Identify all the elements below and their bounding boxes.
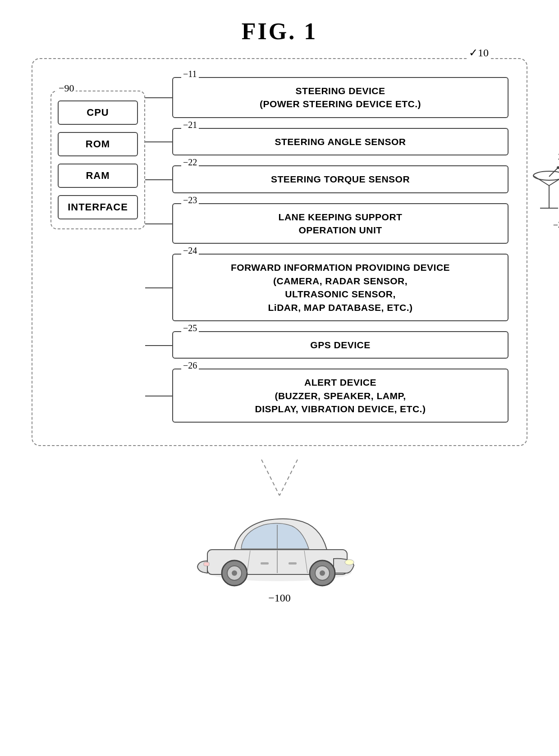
steering-device-block: −11 STEERING DEVICE(POWER STEERING DEVIC… bbox=[172, 77, 509, 118]
lane-keeping-block: −23 LANE KEEPING SUPPORTOPERATION UNIT bbox=[172, 203, 509, 244]
ref-label-10: ✓10 bbox=[467, 46, 490, 59]
antenna-area: 31 bbox=[531, 152, 559, 230]
ref-label-26: −26 bbox=[181, 360, 199, 371]
ref-label-22: −22 bbox=[181, 157, 199, 168]
car-illustration bbox=[194, 496, 365, 590]
connector-25 bbox=[145, 345, 172, 346]
interface-unit: INTERFACE bbox=[58, 195, 138, 219]
steering-torque-box: STEERING TORQUE SENSOR bbox=[172, 165, 509, 193]
car-connector-lines bbox=[234, 460, 325, 496]
steering-torque-block: −22 STEERING TORQUE SENSOR 31 bbox=[172, 165, 509, 193]
forward-info-box: FORWARD INFORMATION PROVIDING DEVICE (CA… bbox=[172, 254, 509, 321]
svg-line-8 bbox=[280, 460, 298, 496]
svg-rect-19 bbox=[204, 562, 209, 566]
lane-keeping-box: LANE KEEPING SUPPORTOPERATION UNIT bbox=[172, 203, 509, 244]
devices-column: −11 STEERING DEVICE(POWER STEERING DEVIC… bbox=[172, 77, 509, 423]
gps-box: GPS DEVICE bbox=[172, 331, 509, 359]
car-area: −100 bbox=[32, 460, 527, 604]
svg-rect-24 bbox=[289, 562, 297, 565]
svg-line-2 bbox=[549, 176, 559, 186]
connector-21 bbox=[145, 141, 172, 142]
figure-title: FIG. 1 bbox=[242, 18, 317, 45]
svg-line-7 bbox=[261, 460, 280, 496]
ref-label-32: −32 bbox=[531, 220, 559, 230]
antenna-svg bbox=[531, 163, 559, 217]
svg-line-1 bbox=[533, 176, 549, 186]
connector-26 bbox=[145, 396, 172, 396]
alert-device-block: −26 ALERT DEVICE (BUZZER, SPEAKER, LAMP,… bbox=[172, 369, 509, 423]
system-container: ✓10 −90 CPU ROM RAM INTERFACE −11 STEERI… bbox=[32, 58, 527, 446]
ref-label-25: −25 bbox=[181, 323, 199, 333]
connector-22 bbox=[145, 179, 172, 180]
connector-24 bbox=[145, 287, 172, 288]
steering-angle-box: STEERING ANGLE SENSOR bbox=[172, 128, 509, 155]
steering-angle-block: −21 STEERING ANGLE SENSOR bbox=[172, 128, 509, 155]
svg-point-17 bbox=[320, 570, 325, 576]
svg-point-0 bbox=[533, 171, 559, 180]
ref-label-23: −23 bbox=[181, 195, 199, 205]
connector-23 bbox=[145, 223, 172, 224]
ref-label-100: −100 bbox=[268, 592, 291, 604]
rom-unit: ROM bbox=[58, 132, 138, 156]
ref-label-90: −90 bbox=[57, 82, 76, 94]
svg-point-18 bbox=[345, 560, 354, 565]
forward-info-block: −24 FORWARD INFORMATION PROVIDING DEVICE… bbox=[172, 254, 509, 321]
ref-label-21: −21 bbox=[181, 120, 199, 130]
svg-point-14 bbox=[232, 570, 237, 576]
ref-label-24: −24 bbox=[181, 246, 199, 256]
steering-device-box: STEERING DEVICE(POWER STEERING DEVICE ET… bbox=[172, 77, 509, 118]
svg-rect-23 bbox=[261, 562, 269, 565]
alert-device-box: ALERT DEVICE (BUZZER, SPEAKER, LAMP, DIS… bbox=[172, 369, 509, 423]
ref-label-11: −11 bbox=[181, 69, 199, 79]
ram-unit: RAM bbox=[58, 164, 138, 188]
ref-label-31: 31 bbox=[531, 152, 559, 162]
cpu-unit: CPU bbox=[58, 100, 138, 125]
connector-11 bbox=[145, 97, 172, 98]
gps-block: −25 GPS DEVICE bbox=[172, 331, 509, 359]
ecm-block: −90 CPU ROM RAM INTERFACE bbox=[50, 91, 145, 229]
